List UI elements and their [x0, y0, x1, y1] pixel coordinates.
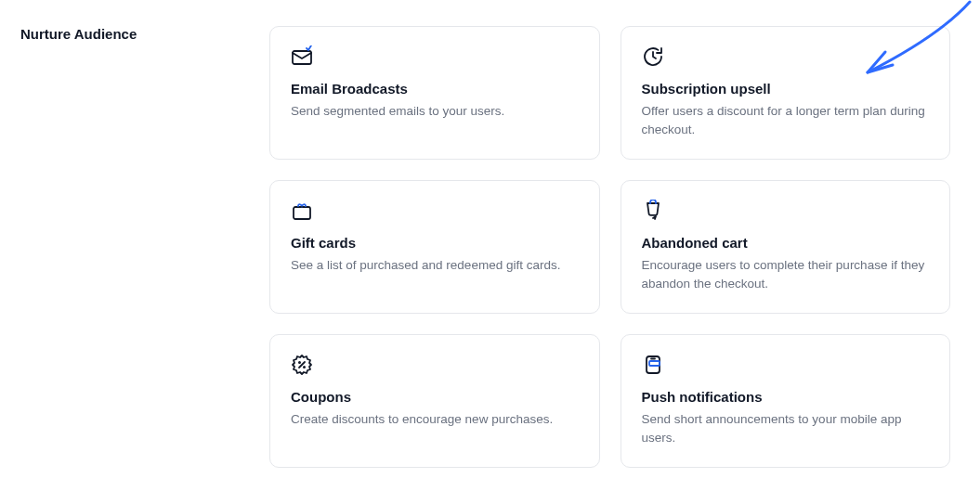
- push-notification-icon: [642, 354, 664, 376]
- card-desc: Offer users a discount for a longer term…: [642, 102, 930, 138]
- card-email-broadcasts[interactable]: Email Broadcasts Send segmented emails t…: [269, 26, 600, 160]
- card-desc: Send segmented emails to your users.: [291, 102, 579, 121]
- email-broadcast-icon: [291, 45, 313, 68]
- svg-point-4: [299, 362, 300, 363]
- card-desc: Send short announcements to your mobile …: [642, 410, 930, 446]
- card-gift-cards[interactable]: Gift cards See a list of purchased and r…: [269, 180, 600, 314]
- abandoned-cart-icon: [642, 200, 664, 222]
- svg-rect-7: [649, 361, 660, 366]
- card-desc: Create discounts to encourage new purcha…: [291, 410, 579, 429]
- card-coupons[interactable]: Coupons Create discounts to encourage ne…: [269, 334, 600, 468]
- gift-card-icon: [291, 200, 313, 222]
- card-push-notifications[interactable]: Push notifications Send short announceme…: [621, 334, 951, 468]
- card-title: Coupons: [291, 389, 579, 405]
- card-desc: Encourage users to complete their purcha…: [642, 256, 930, 292]
- card-title: Push notifications: [642, 389, 930, 405]
- card-title: Subscription upsell: [642, 81, 930, 97]
- card-subscription-upsell[interactable]: Subscription upsell Offer users a discou…: [621, 26, 951, 160]
- coupon-icon: [291, 354, 313, 376]
- card-title: Email Broadcasts: [291, 81, 579, 97]
- section-title: Nurture Audience: [20, 26, 243, 468]
- svg-point-5: [304, 367, 305, 368]
- clock-arrow-icon: [642, 45, 664, 68]
- svg-rect-1: [294, 207, 310, 219]
- nurture-audience-section: Nurture Audience Email Broadcasts Send s…: [0, 0, 980, 491]
- card-title: Gift cards: [291, 235, 579, 251]
- card-title: Abandoned cart: [642, 235, 930, 251]
- card-desc: See a list of purchased and redeemed gif…: [291, 256, 579, 275]
- card-abandoned-cart[interactable]: Abandoned cart Encourage users to comple…: [621, 180, 951, 314]
- card-grid: Email Broadcasts Send segmented emails t…: [269, 26, 950, 468]
